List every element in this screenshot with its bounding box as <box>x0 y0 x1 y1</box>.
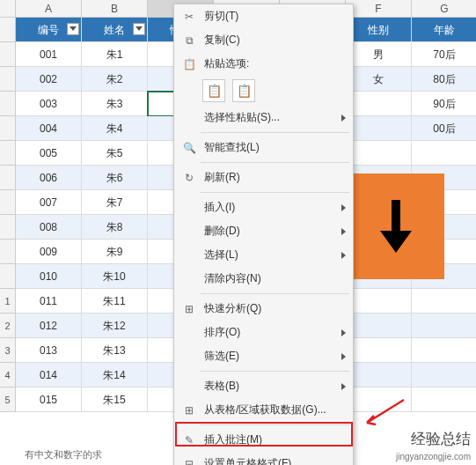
cell-id[interactable]: 001 <box>16 42 82 67</box>
menu-paste-label: 粘贴选项: <box>199 56 341 71</box>
menu-cut[interactable]: ✂剪切(T) <box>174 4 353 28</box>
cell-gender2[interactable] <box>346 338 412 363</box>
cell-name[interactable]: 朱11 <box>82 289 148 314</box>
cell-id[interactable]: 011 <box>16 289 82 314</box>
row-num[interactable] <box>0 18 16 42</box>
cell-gender2[interactable]: 男 <box>346 42 412 67</box>
paste-option-2[interactable]: 📋 <box>232 79 255 102</box>
row-num[interactable] <box>0 141 16 166</box>
filter-icon[interactable] <box>67 23 79 35</box>
cell-name[interactable]: 朱3 <box>82 92 148 116</box>
cell-id[interactable]: 014 <box>16 363 82 388</box>
cell-id[interactable]: 006 <box>16 166 82 190</box>
cell-name[interactable]: 朱8 <box>82 215 148 240</box>
cell-id[interactable]: 004 <box>16 116 82 141</box>
row-num[interactable]: 3 <box>0 338 16 363</box>
menu-delete[interactable]: 删除(D) <box>174 219 353 243</box>
cell-name[interactable]: 朱6 <box>82 166 148 190</box>
cell-id[interactable]: 010 <box>16 264 82 289</box>
row-num[interactable] <box>0 264 16 289</box>
cell-id[interactable]: 008 <box>16 215 82 240</box>
cell-age[interactable]: 70后 <box>412 42 476 67</box>
col-A[interactable]: A <box>16 0 82 17</box>
row-num[interactable] <box>0 190 16 215</box>
row-num[interactable]: 4 <box>0 363 16 388</box>
menu-get-data[interactable]: ⊞从表格/区域获取数据(G)... <box>174 398 353 422</box>
menu-insert[interactable]: 插入(I) <box>174 196 353 219</box>
menu-ic-label: 插入批注(M) <box>199 432 341 447</box>
cell-name[interactable]: 朱9 <box>82 240 148 264</box>
menu-sort[interactable]: 排序(O) <box>174 321 353 344</box>
cell-id[interactable]: 013 <box>16 338 82 363</box>
cell-id[interactable]: 015 <box>16 388 82 412</box>
cell-name[interactable]: 朱13 <box>82 338 148 363</box>
cell-name[interactable]: 朱15 <box>82 388 148 412</box>
cell-id[interactable]: 005 <box>16 141 82 166</box>
cell-gender2[interactable] <box>346 314 412 338</box>
cell-name[interactable]: 朱1 <box>82 42 148 67</box>
cell-name[interactable]: 朱14 <box>82 363 148 388</box>
row-num[interactable]: 2 <box>0 314 16 338</box>
cell-gender2[interactable]: 女 <box>346 67 412 92</box>
row-num[interactable]: 5 <box>0 388 16 412</box>
menu-refresh[interactable]: ↻刷新(R) <box>174 166 353 189</box>
menu-insert-comment[interactable]: ✎插入批注(M) <box>174 428 353 452</box>
cell-name[interactable]: 朱2 <box>82 67 148 92</box>
row-num[interactable] <box>0 67 16 92</box>
col-G[interactable]: G <box>412 0 476 17</box>
cell-id[interactable]: 007 <box>16 190 82 215</box>
row-num[interactable] <box>0 92 16 116</box>
hdr-id[interactable]: 编号 <box>16 18 82 42</box>
cell-name[interactable]: 朱4 <box>82 116 148 141</box>
paste-option-1[interactable]: 📋 <box>202 79 225 102</box>
hdr-name[interactable]: 姓名 <box>82 18 148 42</box>
cell-gender2[interactable] <box>346 363 412 388</box>
cell-age[interactable] <box>412 363 476 388</box>
row-num[interactable] <box>0 240 16 264</box>
cell-name[interactable]: 朱10 <box>82 264 148 289</box>
cell-age[interactable]: 90后 <box>412 92 476 116</box>
cell-age[interactable]: 00后 <box>412 116 476 141</box>
menu-table[interactable]: 表格(B) <box>174 374 353 398</box>
menu-copy[interactable]: ⧉复制(C) <box>174 28 353 52</box>
menu-quick-analysis[interactable]: ⊞快速分析(Q) <box>174 297 353 321</box>
menu-clear[interactable]: 清除内容(N) <box>174 267 353 291</box>
menu-smart-lookup[interactable]: 🔍智能查找(L) <box>174 136 353 159</box>
cell-id[interactable]: 009 <box>16 240 82 264</box>
menu-format-cells[interactable]: ⊟设置单元格格式(F)... <box>174 452 353 465</box>
cell-age[interactable] <box>412 289 476 314</box>
cell-age[interactable] <box>412 338 476 363</box>
row-num[interactable] <box>0 166 16 190</box>
sheet-tab[interactable]: 有中文和数字的求 <box>25 448 102 461</box>
menu-filter[interactable]: 筛选(E) <box>174 344 353 368</box>
cell-age[interactable] <box>412 388 476 412</box>
cell-gender2[interactable] <box>346 289 412 314</box>
cell-name[interactable]: 朱7 <box>82 190 148 215</box>
cell-age[interactable] <box>412 314 476 338</box>
cell-name[interactable]: 朱5 <box>82 141 148 166</box>
watermark-url: jingyanzongjie.com <box>396 452 471 461</box>
cell-id[interactable]: 012 <box>16 314 82 338</box>
hdr-gender2[interactable]: 性别 <box>346 18 412 42</box>
filter-icon[interactable] <box>133 23 145 35</box>
paste-options-row: 📋 📋 <box>174 76 353 106</box>
cell-gender2[interactable] <box>346 141 412 166</box>
paste-icon: 📋 <box>179 57 199 71</box>
row-num[interactable] <box>0 116 16 141</box>
cell-name[interactable]: 朱12 <box>82 314 148 338</box>
cell-id[interactable]: 002 <box>16 67 82 92</box>
cell-gender2[interactable] <box>346 116 412 141</box>
cell-gender2[interactable] <box>346 92 412 116</box>
row-num[interactable]: 1 <box>0 289 16 314</box>
cell-age[interactable]: 80后 <box>412 67 476 92</box>
row-num[interactable] <box>0 215 16 240</box>
row-num[interactable] <box>0 42 16 67</box>
cell-id[interactable]: 003 <box>16 92 82 116</box>
menu-select[interactable]: 选择(L) <box>174 243 353 267</box>
col-B[interactable]: B <box>82 0 148 17</box>
col-F[interactable]: F <box>346 0 412 17</box>
hdr-age[interactable]: 年龄 <box>412 18 476 42</box>
menu-paste-special[interactable]: 选择性粘贴(S)... <box>174 106 353 129</box>
cell-age[interactable] <box>412 141 476 166</box>
col-sel-all[interactable] <box>0 0 16 17</box>
